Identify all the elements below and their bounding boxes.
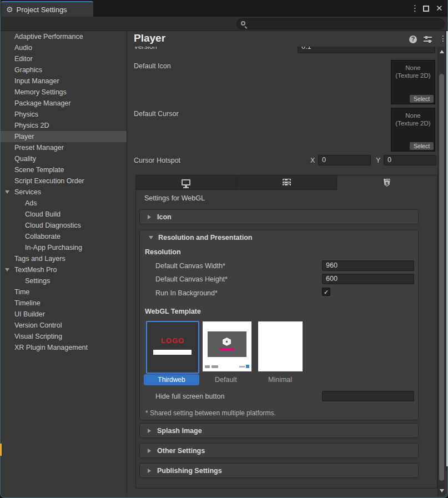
server-icon bbox=[283, 179, 291, 186]
sidebar-item-input-manager[interactable]: Input Manager bbox=[1, 76, 127, 87]
sidebar-item-label: Ads bbox=[25, 199, 37, 207]
sidebar-item-settings[interactable]: Settings bbox=[1, 275, 127, 286]
title-bar: ⚙ Project Settings ⋮ ✕ bbox=[1, 0, 448, 17]
sidebar-item-script-execution-order[interactable]: Script Execution Order bbox=[1, 175, 127, 187]
sidebar-item-editor[interactable]: Editor bbox=[1, 53, 127, 64]
hotspot-x-field[interactable]: 0 bbox=[318, 155, 371, 165]
sidebar-item-visual-scripting[interactable]: Visual Scripting bbox=[1, 331, 127, 342]
sidebar-item-label: Physics 2D bbox=[14, 122, 49, 129]
default-icon-object-picker[interactable]: None (Texture 2D) Select bbox=[391, 60, 435, 104]
sidebar-item-label: Audio bbox=[14, 44, 32, 52]
sidebar-item-label: XR Plugin Management bbox=[14, 344, 88, 351]
background-window-yellow-strip bbox=[0, 444, 2, 456]
section-other-settings[interactable]: Other Settings bbox=[139, 443, 419, 458]
sidebar-item-label: Quality bbox=[14, 155, 36, 163]
tab-platform-dedicated-server[interactable] bbox=[236, 175, 337, 190]
sidebar-item-time[interactable]: Time bbox=[1, 286, 127, 298]
sidebar-item-graphics[interactable]: Graphics bbox=[1, 64, 127, 76]
select-button[interactable]: Select bbox=[410, 95, 434, 103]
foldout-arrow-icon[interactable] bbox=[149, 236, 153, 239]
sidebar-item-package-manager[interactable]: Package Manager bbox=[1, 98, 127, 109]
sidebar-item-version-control[interactable]: Version Control bbox=[1, 320, 127, 331]
footer-mark bbox=[239, 366, 245, 368]
template-label-minimal[interactable]: Minimal bbox=[268, 376, 292, 384]
unity-progress-bar bbox=[220, 348, 234, 350]
select-button[interactable]: Select bbox=[410, 142, 434, 150]
sidebar-item-cloud-build[interactable]: Cloud Build bbox=[1, 209, 127, 220]
run-in-background-checkbox[interactable]: ✓ bbox=[322, 288, 330, 296]
sidebar-item-label: Tags and Layers bbox=[14, 255, 66, 263]
sidebar-item-label: Collaborate bbox=[25, 233, 61, 240]
sidebar-item-adaptive-performance[interactable]: Adaptive Performance bbox=[1, 31, 127, 42]
default-canvas-width-field[interactable]: 960 bbox=[322, 260, 414, 271]
foldout-arrow-icon[interactable] bbox=[5, 190, 9, 194]
foldout-arrow-icon[interactable] bbox=[5, 268, 9, 271]
sidebar-item-in-app-purchasing[interactable]: In-App Purchasing bbox=[1, 242, 127, 253]
preset-icon[interactable] bbox=[424, 36, 432, 43]
foldout-arrow-icon bbox=[148, 215, 151, 219]
sidebar-item-preset-manager[interactable]: Preset Manager bbox=[1, 142, 127, 153]
foldout-arrow-icon bbox=[148, 449, 151, 453]
window-tab-title: Project Settings bbox=[17, 6, 67, 14]
template-thumbnail-thirdweb[interactable]: LOGO bbox=[146, 321, 199, 374]
preset-icon-knob bbox=[425, 36, 427, 39]
sidebar-item-ui-builder[interactable]: UI Builder bbox=[1, 309, 127, 320]
footer-mark bbox=[212, 365, 218, 368]
sidebar-item-label: Timeline bbox=[14, 299, 41, 307]
sidebar-item-physics-2d[interactable]: Physics 2D bbox=[1, 120, 127, 131]
maximize-icon bbox=[423, 6, 429, 12]
default-cursor-object-picker[interactable]: None (Texture 2D) Select bbox=[391, 108, 435, 152]
sidebar-item-player[interactable]: Player bbox=[1, 131, 127, 142]
project-settings-tab[interactable]: ⚙ Project Settings bbox=[1, 1, 93, 17]
gear-icon: ⚙ bbox=[6, 6, 13, 13]
tab-platform-desktop[interactable] bbox=[136, 175, 236, 190]
desktop-monitor-icon bbox=[182, 179, 190, 185]
template-label-thirdweb-selected[interactable]: Thirdweb bbox=[144, 374, 199, 385]
sidebar-item-quality[interactable]: Quality bbox=[1, 153, 127, 164]
scroll-up-icon[interactable] bbox=[440, 50, 444, 53]
window-close-button[interactable]: ✕ bbox=[436, 0, 443, 17]
platform-tab-bar: HTML 5 bbox=[136, 175, 437, 190]
hotspot-y-field[interactable]: 0 bbox=[384, 155, 436, 165]
sidebar-item-label: Adaptive Performance bbox=[14, 33, 83, 41]
help-icon[interactable]: ? bbox=[409, 36, 417, 43]
sidebar-item-collaborate[interactable]: Collaborate bbox=[1, 231, 127, 242]
template-thumbnail-minimal[interactable] bbox=[258, 321, 303, 371]
sidebar-item-cloud-diagnostics[interactable]: Cloud Diagnostics bbox=[1, 220, 127, 231]
sidebar-item-scene-template[interactable]: Scene Template bbox=[1, 164, 127, 175]
settings-for-platform-label: Settings for WebGL bbox=[144, 194, 205, 202]
template-logo-text: LOGO bbox=[147, 336, 198, 345]
sidebar-item-memory-settings[interactable]: Memory Settings bbox=[1, 87, 127, 98]
sidebar-item-timeline[interactable]: Timeline bbox=[1, 298, 127, 309]
sidebar-item-ads[interactable]: Ads bbox=[1, 198, 127, 209]
section-publishing-settings[interactable]: Publishing Settings bbox=[139, 463, 419, 478]
section-title[interactable]: Resolution and Presentation bbox=[158, 234, 252, 242]
context-menu-icon[interactable]: ⋮ bbox=[439, 34, 447, 43]
search-input[interactable] bbox=[236, 18, 445, 29]
object-picker-value: None (Texture 2D) bbox=[391, 112, 435, 127]
section-icon[interactable]: Icon bbox=[139, 209, 419, 224]
template-screen bbox=[208, 331, 246, 357]
sidebar-item-label: Services bbox=[14, 188, 41, 196]
scroll-down-icon[interactable] bbox=[440, 489, 444, 492]
vertical-scrollbar[interactable] bbox=[437, 47, 445, 496]
window-maximize-button[interactable] bbox=[423, 0, 429, 17]
template-label-default[interactable]: Default bbox=[215, 376, 237, 384]
scrollbar-thumb[interactable] bbox=[439, 74, 444, 481]
sidebar-item-tags-and-layers[interactable]: Tags and Layers bbox=[1, 253, 127, 264]
foldout-arrow-icon bbox=[148, 429, 151, 433]
sidebar-item-audio[interactable]: Audio bbox=[1, 42, 127, 53]
sidebar-item-xr-plugin-management[interactable]: XR Plugin Management bbox=[1, 342, 127, 353]
sidebar-item-textmesh-pro[interactable]: TextMesh Pro bbox=[1, 264, 127, 275]
template-thumbnail-default[interactable] bbox=[203, 321, 251, 371]
section-title: Splash Image bbox=[157, 427, 202, 435]
window-menu-button[interactable]: ⋮ bbox=[411, 0, 419, 17]
sidebar-item-services[interactable]: Services bbox=[1, 187, 127, 198]
sidebar-item-physics[interactable]: Physics bbox=[1, 109, 127, 120]
html5-webgl-icon: HTML 5 bbox=[384, 179, 390, 187]
default-canvas-height-field[interactable]: 600 bbox=[322, 274, 414, 284]
default-icon-label: Default Icon bbox=[134, 62, 171, 70]
section-splash-image[interactable]: Splash Image bbox=[139, 423, 419, 438]
hide-fullscreen-field[interactable] bbox=[322, 391, 414, 401]
tab-platform-webgl[interactable]: HTML 5 bbox=[337, 175, 437, 190]
